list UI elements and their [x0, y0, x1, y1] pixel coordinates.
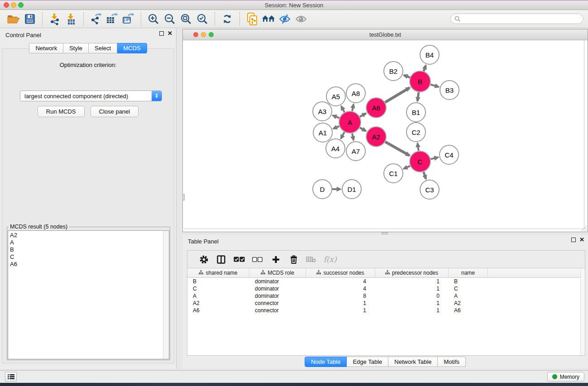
deselect-all-columns-icon[interactable]	[248, 253, 266, 266]
close-panel-icon[interactable]: ✕	[167, 31, 172, 36]
run-mcds-button[interactable]: Run MCDS	[38, 106, 85, 117]
control-tab-select[interactable]: Select	[89, 43, 117, 53]
graph-edge-A-A6[interactable]	[360, 114, 366, 117]
column-header-successor-nodes[interactable]: successor nodes	[306, 268, 375, 277]
graph-edge-A-A1[interactable]	[333, 126, 339, 129]
table-tab-motifs[interactable]: Motifs	[438, 357, 466, 367]
graph-edge-A2-C[interactable]	[385, 142, 410, 155]
graph-edge-A-A4[interactable]	[341, 132, 344, 138]
column-label: predecessor nodes	[392, 270, 438, 276]
export-network-icon[interactable]	[88, 11, 104, 27]
close-table-panel-icon[interactable]: ✕	[579, 238, 584, 242]
search-field[interactable]	[450, 14, 583, 24]
graph-edge-A-A8[interactable]	[352, 104, 354, 111]
float-table-panel-icon[interactable]	[571, 238, 576, 242]
pane-split-handle[interactable]	[382, 232, 388, 234]
result-item[interactable]: C	[10, 253, 169, 261]
result-item[interactable]: B	[10, 246, 169, 253]
open-session-icon[interactable]	[5, 11, 22, 27]
mcds-result-list[interactable]: A2ABCA6	[8, 230, 169, 359]
table-tabs: Node TableEdge TableNetwork TableMotifs	[182, 357, 588, 367]
result-scrollbar[interactable]	[163, 231, 169, 359]
control-tab-style[interactable]: Style	[63, 43, 89, 53]
table-scrollbar[interactable]	[580, 268, 585, 355]
result-item[interactable]: A6	[10, 261, 169, 268]
graph-edge-C-C1[interactable]	[404, 166, 410, 169]
float-panel-icon[interactable]	[159, 31, 164, 36]
network-canvas[interactable]: B4B2BB3A5A8A6A3B1AC2A1A2A4A7C4CC1C3DD1	[184, 40, 584, 229]
delete-column-icon[interactable]	[285, 253, 302, 266]
zoom-selected-icon[interactable]	[194, 11, 210, 27]
create-column-icon[interactable]	[266, 253, 285, 266]
column-header-shared-name[interactable]: shared name	[187, 268, 249, 277]
graph-edge-A-A7[interactable]	[352, 133, 354, 140]
graph-node-label: B3	[445, 86, 454, 94]
control-tab-mcds[interactable]: MCDS	[117, 43, 147, 53]
column-header-predecessor-nodes[interactable]: predecessor nodes	[375, 268, 449, 277]
table-cell: 8	[306, 293, 375, 299]
table-cell: dominator	[249, 278, 306, 285]
app-titlebar: Session: New Session	[0, 0, 588, 10]
column-header-name[interactable]: name	[449, 268, 488, 277]
graph-edge-A-A3[interactable]	[333, 115, 339, 118]
network-overview-icon[interactable]	[260, 11, 277, 27]
graph-edge-B-B2[interactable]	[404, 75, 410, 77]
column-header-MCDS-role[interactable]: MCDS role	[249, 268, 306, 277]
graph-edge-B-B1[interactable]	[417, 92, 419, 101]
apply-preferred-layout-icon[interactable]	[219, 11, 235, 27]
table-row[interactable]: Adominator80A	[187, 292, 585, 300]
import-network-icon[interactable]	[47, 11, 63, 27]
close-panel-button[interactable]: Close panel	[91, 106, 139, 117]
criterion-dropdown[interactable]: largest connected component (directed) ▲…	[20, 91, 162, 101]
network-window-title: testGlobe.txt	[183, 32, 588, 38]
main-toolbar	[0, 10, 588, 28]
table-cell: 1	[306, 300, 375, 306]
graph-edge-C-C3[interactable]	[424, 172, 426, 179]
zoom-in-icon[interactable]	[145, 11, 162, 27]
criterion-value: largest connected component (directed)	[20, 93, 152, 100]
table-tab-node-table[interactable]: Node Table	[305, 357, 347, 367]
graph-node-label: A3	[318, 108, 326, 115]
zoom-fit-icon[interactable]	[178, 11, 194, 27]
graph-edge-B-B4[interactable]	[424, 66, 426, 71]
show-graphics-details-icon[interactable]	[293, 11, 309, 27]
graph-edge-B-B3[interactable]	[430, 85, 439, 87]
save-session-icon[interactable]	[22, 11, 38, 27]
canvas-edge-handle[interactable]	[182, 194, 185, 200]
clone-network-icon[interactable]	[244, 11, 260, 27]
table-row[interactable]: A6connector11A6	[187, 307, 585, 314]
graph-edge-A6-B[interactable]	[385, 88, 410, 102]
select-all-columns-icon[interactable]	[230, 253, 248, 266]
hierarchy-icon	[385, 270, 390, 276]
mcds-result-group: MCDS result (5 nodes) A2ABCA6	[7, 224, 170, 360]
graph-edge-C-C2[interactable]	[417, 143, 418, 151]
task-history-button[interactable]	[5, 372, 17, 381]
hide-graphics-details-icon[interactable]	[277, 11, 293, 27]
memory-button[interactable]: Memory	[547, 372, 584, 381]
graph-node-label: B	[418, 78, 422, 86]
result-item[interactable]: A	[10, 239, 169, 246]
export-image-icon[interactable]	[120, 11, 137, 27]
table-settings-icon[interactable]	[196, 253, 212, 266]
graph-node-label: B4	[425, 51, 434, 59]
table-tab-network-table[interactable]: Network Table	[388, 357, 438, 367]
import-table-icon[interactable]	[63, 11, 79, 27]
search-input[interactable]	[463, 15, 579, 23]
table-row[interactable]: Cdominator41C	[187, 285, 585, 292]
export-table-icon[interactable]	[104, 11, 120, 27]
table-row[interactable]: A2connector11A2	[187, 300, 585, 307]
table-cell: B	[187, 278, 249, 285]
table-tab-edge-table[interactable]: Edge Table	[347, 357, 388, 367]
graph-edge-C-C4[interactable]	[430, 157, 438, 159]
table-cell: 1	[375, 278, 449, 285]
control-tab-network[interactable]: Network	[29, 43, 63, 53]
network-window-titlebar[interactable]: testGlobe.txt	[183, 29, 588, 40]
result-item[interactable]: A2	[10, 232, 169, 239]
graph-edge-A-A5[interactable]	[341, 106, 344, 112]
show-columns-icon[interactable]	[212, 253, 230, 266]
table-cell: A6	[187, 307, 249, 314]
zoom-out-icon[interactable]	[162, 11, 178, 27]
graph-node-label: B2	[389, 67, 397, 75]
table-row[interactable]: Bdominator41B	[187, 278, 585, 285]
graph-edge-A-A2[interactable]	[360, 128, 366, 131]
